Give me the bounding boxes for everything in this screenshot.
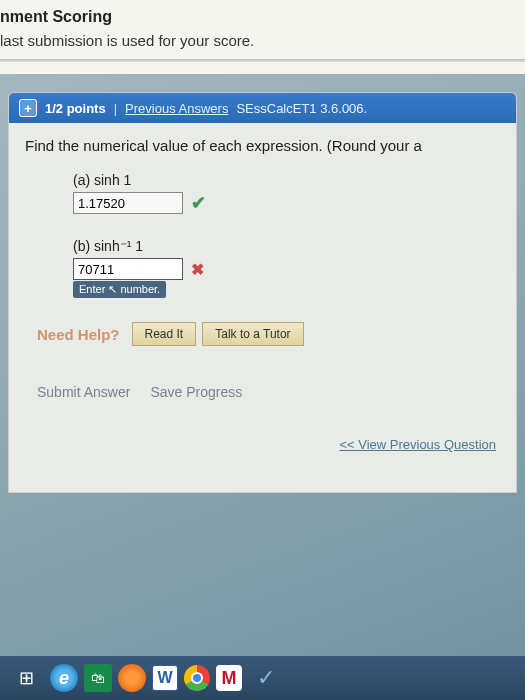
need-help-label: Need Help? <box>37 326 120 343</box>
part-a-label: (a) sinh 1 <box>73 172 500 188</box>
part-a-input[interactable] <box>73 192 183 214</box>
part-b-input[interactable] <box>73 258 183 280</box>
input-tooltip: Enter ↖ number. <box>73 281 166 298</box>
start-menu-icon[interactable]: ⊞ <box>8 662 44 694</box>
part-a: (a) sinh 1 ✔ <box>73 172 500 214</box>
prev-question-nav: << View Previous Question <box>25 436 500 452</box>
help-row: Need Help? Read It Talk to a Tutor <box>37 322 500 346</box>
question-prompt: Find the numerical value of each express… <box>25 137 500 154</box>
scoring-title: nment Scoring <box>0 8 525 26</box>
read-it-button[interactable]: Read It <box>132 322 197 346</box>
previous-answers-link[interactable]: Previous Answers <box>125 101 228 116</box>
check-icon: ✔ <box>191 192 206 214</box>
expand-icon[interactable]: + <box>19 99 37 117</box>
part-b: (b) sinh⁻¹ 1 ✖ Enter ↖ number. <box>73 238 500 298</box>
view-previous-question-link[interactable]: << View Previous Question <box>339 437 496 452</box>
shield-icon[interactable]: ✓ <box>248 662 284 694</box>
chrome-icon[interactable] <box>184 665 210 691</box>
divider <box>0 59 525 62</box>
mcafee-icon[interactable]: M <box>216 665 242 691</box>
part-b-label: (b) sinh⁻¹ 1 <box>73 238 500 254</box>
save-progress-button[interactable]: Save Progress <box>150 384 242 400</box>
points-bar: + 1/2 points | Previous Answers SEssCalc… <box>9 93 516 123</box>
talk-to-tutor-button[interactable]: Talk to a Tutor <box>202 322 303 346</box>
taskbar: ⊞ e 🛍 W M ✓ <box>0 656 525 700</box>
scoring-header: nment Scoring last submission is used fo… <box>0 0 525 74</box>
points-text: 1/2 points <box>45 101 106 116</box>
x-icon: ✖ <box>191 260 204 279</box>
question-reference: SEssCalcET1 3.6.006. <box>236 101 367 116</box>
scoring-subtitle: last submission is used for your score. <box>0 32 525 49</box>
firefox-icon[interactable] <box>118 664 146 692</box>
ie-icon[interactable]: e <box>50 664 78 692</box>
separator: | <box>114 101 117 116</box>
action-row: Submit Answer Save Progress <box>37 384 500 400</box>
submit-answer-button[interactable]: Submit Answer <box>37 384 130 400</box>
question-body: Find the numerical value of each express… <box>9 123 516 492</box>
word-icon[interactable]: W <box>152 665 178 691</box>
store-icon[interactable]: 🛍 <box>84 664 112 692</box>
question-panel: + 1/2 points | Previous Answers SEssCalc… <box>8 92 517 493</box>
